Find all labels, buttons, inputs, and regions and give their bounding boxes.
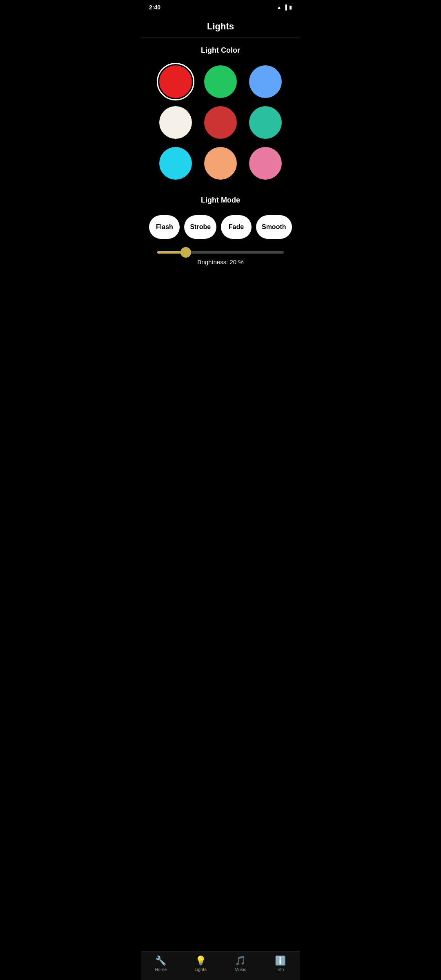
light-mode-title: Light Mode [141, 188, 300, 211]
battery-icon: ▮ [289, 4, 292, 10]
color-circle-pink[interactable] [249, 147, 282, 180]
color-circle-blue-light[interactable] [249, 65, 282, 98]
mode-btn-strobe[interactable]: Strobe [184, 215, 216, 239]
color-circle-white[interactable] [159, 106, 192, 139]
mode-btn-flash[interactable]: Flash [149, 215, 180, 239]
wifi-icon: ▲ [277, 4, 282, 10]
brightness-label: Brightness: 20 % [197, 258, 243, 265]
mode-btn-smooth[interactable]: Smooth [256, 215, 292, 239]
brightness-slider[interactable] [157, 251, 284, 254]
color-circle-green-bright[interactable] [204, 65, 237, 98]
signal-icon: ▐ [283, 4, 287, 10]
status-icons: ▲ ▐ ▮ [277, 4, 292, 10]
mode-buttons: FlashStrobeFadeSmooth [141, 211, 300, 247]
color-grid [141, 61, 300, 188]
status-bar: 2:40 ▲ ▐ ▮ [141, 0, 300, 15]
status-time: 2:40 [149, 4, 160, 11]
color-circle-red-bright[interactable] [159, 65, 192, 98]
color-circle-peach[interactable] [204, 147, 237, 180]
color-circle-red-dark[interactable] [204, 106, 237, 139]
page-title: Lights [141, 15, 300, 38]
main-content: Light Color Light Mode FlashStrobeFadeSm… [141, 38, 300, 306]
mode-btn-fade[interactable]: Fade [221, 215, 252, 239]
light-color-title: Light Color [141, 38, 300, 61]
color-circle-teal[interactable] [249, 106, 282, 139]
color-circle-cyan[interactable] [159, 147, 192, 180]
brightness-section: Brightness: 20 % [141, 247, 300, 274]
